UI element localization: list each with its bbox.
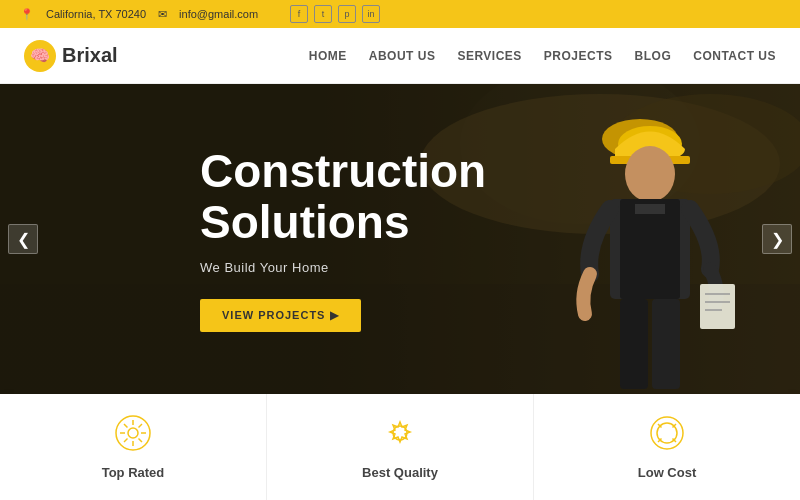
location-icon: 📍 (20, 8, 34, 21)
social-icons: f t p in (290, 5, 380, 23)
feature-low-cost: Low Cost (534, 394, 800, 500)
hero-prev-arrow[interactable]: ❮ (8, 224, 38, 254)
svg-rect-13 (620, 299, 648, 389)
best-quality-label: Best Quality (362, 465, 438, 480)
hero-subtitle: We Build Your Home (200, 260, 486, 275)
top-bar: 📍 California, TX 70240 ✉ info@gmail.com … (0, 0, 800, 28)
logo-icon: 🧠 (24, 40, 56, 72)
svg-point-26 (651, 417, 683, 449)
email-icon: ✉ (158, 8, 167, 21)
contact-info: 📍 California, TX 70240 ✉ info@gmail.com (20, 8, 258, 21)
feature-top-rated: Top Rated (0, 394, 267, 500)
logo-text: Brixal (62, 44, 118, 67)
location-text: California, TX 70240 (46, 8, 146, 20)
nav-services[interactable]: SERVICES (457, 49, 521, 63)
view-projects-button[interactable]: VIEW PROJECTS ▶ (200, 299, 361, 332)
nav-contact[interactable]: CONTACT US (693, 49, 776, 63)
linkedin-icon[interactable]: in (362, 5, 380, 23)
pinterest-icon[interactable]: p (338, 5, 356, 23)
hero-title: Construction Solutions (200, 146, 486, 247)
features-bar: Top Rated Best Quality Low Cost (0, 394, 800, 500)
top-rated-icon (114, 414, 152, 457)
svg-line-24 (139, 439, 143, 443)
svg-point-5 (625, 146, 675, 202)
best-quality-icon (381, 414, 419, 457)
hero-section: Construction Solutions We Build Your Hom… (0, 84, 800, 394)
low-cost-icon (648, 414, 686, 457)
hero-next-arrow[interactable]: ❯ (762, 224, 792, 254)
svg-rect-9 (700, 284, 735, 329)
svg-rect-14 (652, 299, 680, 389)
svg-line-23 (124, 439, 128, 443)
nav-home[interactable]: HOME (309, 49, 347, 63)
hero-content: Construction Solutions We Build Your Hom… (0, 146, 586, 331)
twitter-icon[interactable]: t (314, 5, 332, 23)
facebook-icon[interactable]: f (290, 5, 308, 23)
navbar: 🧠 Brixal HOME ABOUT US SERVICES PROJECTS… (0, 28, 800, 84)
nav-projects[interactable]: PROJECTS (544, 49, 613, 63)
feature-best-quality: Best Quality (267, 394, 534, 500)
svg-point-20 (128, 428, 138, 438)
nav-links: HOME ABOUT US SERVICES PROJECTS BLOG CON… (309, 49, 776, 63)
svg-line-21 (124, 424, 128, 428)
top-rated-label: Top Rated (102, 465, 165, 480)
nav-blog[interactable]: BLOG (635, 49, 672, 63)
email-text: info@gmail.com (179, 8, 258, 20)
svg-line-22 (139, 424, 143, 428)
logo[interactable]: 🧠 Brixal (24, 40, 118, 72)
nav-about[interactable]: ABOUT US (369, 49, 436, 63)
svg-rect-8 (635, 204, 665, 214)
low-cost-label: Low Cost (638, 465, 697, 480)
